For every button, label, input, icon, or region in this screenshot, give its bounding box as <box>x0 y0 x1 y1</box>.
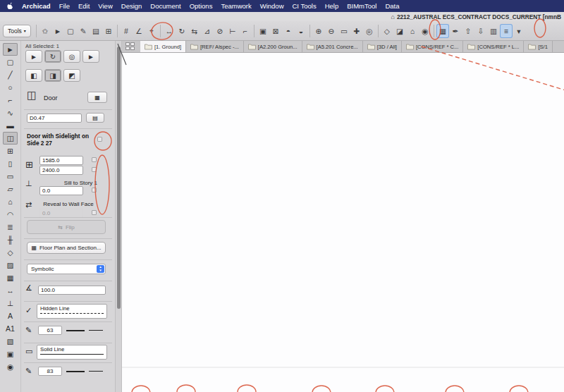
tool-arc[interactable]: ○ <box>3 81 18 94</box>
link-checkbox[interactable] <box>92 157 97 162</box>
view-tab[interactable]: [A5.201 Concre... <box>302 41 363 52</box>
mirror-icon[interactable]: ⇆ <box>188 24 201 38</box>
view-tab[interactable]: [REF/ Alspec -... <box>186 41 244 52</box>
quad-view-icon[interactable] <box>125 42 137 51</box>
group-icon[interactable]: ▣ <box>257 24 269 38</box>
cursor-mode-button[interactable]: ► <box>82 50 99 63</box>
camera-icon[interactable]: ◉ <box>419 24 431 38</box>
link-checkbox[interactable] <box>92 167 97 172</box>
tool-roof[interactable]: ⌂ <box>3 195 18 208</box>
uncut-pen[interactable]: 83 <box>38 367 62 376</box>
swing-center-button[interactable]: ◨ <box>44 69 61 82</box>
tool-dimension[interactable]: ↔ <box>3 284 18 297</box>
menu-help[interactable]: Help <box>325 2 339 10</box>
height-input[interactable] <box>39 166 83 175</box>
layer-combinations-icon[interactable]: ▥ <box>487 24 500 38</box>
tool-select[interactable]: ► <box>3 43 18 56</box>
drag-icon[interactable]: ↔ <box>163 24 176 38</box>
tool-column[interactable]: ▯ <box>3 157 18 170</box>
tool-spline[interactable]: ∿ <box>3 106 18 119</box>
tool-line[interactable]: ╱ <box>3 68 18 81</box>
view-tab[interactable]: [S/1 <box>524 41 553 52</box>
menu-teamwork[interactable]: Teamwork <box>221 2 251 10</box>
door-settings-button[interactable]: ▦ <box>87 92 107 103</box>
id-manager-button[interactable]: ▤ <box>86 113 104 123</box>
elevation-tool-icon[interactable]: ⌂ <box>406 24 419 38</box>
zoom-in-icon[interactable]: ⊕ <box>312 24 325 38</box>
view-tab[interactable]: [1. Ground] <box>140 41 186 52</box>
tool-shell[interactable]: ◠ <box>3 208 18 221</box>
send-backward-icon[interactable]: ◒ <box>295 24 307 38</box>
tool-beam[interactable]: ▭ <box>3 170 18 183</box>
tool-mesh[interactable]: ▦ <box>3 271 18 284</box>
uncut-line-type[interactable]: Solid Line <box>37 345 107 360</box>
tool-marquee[interactable]: ▢ <box>3 56 18 68</box>
bring-forward-icon[interactable]: ◓ <box>282 24 295 38</box>
menu-archicad[interactable]: Archicad <box>22 2 51 10</box>
adjust-icon[interactable]: ⊢ <box>226 24 239 38</box>
tool-railing[interactable]: ╫ <box>3 233 18 246</box>
more-options-icon[interactable]: ▾ <box>513 24 525 38</box>
select-arrow-icon[interactable]: ► <box>51 24 64 38</box>
tool-zone[interactable]: ▨ <box>3 259 18 271</box>
tool-label[interactable]: A1 <box>3 322 18 335</box>
marquee-icon[interactable]: ▢ <box>64 24 77 38</box>
menu-data[interactable]: Data <box>385 2 399 10</box>
cut-pen[interactable]: 63 <box>38 326 62 335</box>
link-checkbox[interactable] <box>92 188 97 192</box>
guide-lines-icon[interactable]: ∠ <box>133 24 145 38</box>
drawing-canvas[interactable] <box>122 53 564 392</box>
menu-view[interactable]: View <box>98 2 112 10</box>
menu-ci-tools[interactable]: CI Tools <box>293 2 317 10</box>
arrow-mode-button[interactable]: ► <box>25 50 42 63</box>
element-id-input[interactable] <box>27 114 82 123</box>
teamwork-send-icon[interactable]: ⇧ <box>462 24 474 38</box>
tool-window[interactable]: ⊞ <box>3 145 18 157</box>
pan-icon[interactable]: ✚ <box>350 24 363 38</box>
menu-bimmtool[interactable]: BIMmTool <box>347 2 376 10</box>
pen-tool-icon[interactable]: ✎ <box>77 24 90 38</box>
tool-level-dimension[interactable]: ⊥ <box>3 297 18 310</box>
cut-line-type[interactable]: Hidden Line <box>37 304 107 319</box>
sill-input[interactable] <box>39 186 83 195</box>
menu-edit[interactable]: Edit <box>78 2 90 10</box>
zoom-out-icon[interactable]: ⊖ <box>325 24 338 38</box>
snap-points-icon[interactable]: ⌖ <box>145 24 158 38</box>
pen-sets-icon[interactable]: ✒ <box>449 24 462 38</box>
tool-slab[interactable]: ▱ <box>3 183 18 195</box>
orbit-icon[interactable]: ◎ <box>363 24 376 38</box>
pickup-mode-button[interactable]: ◎ <box>63 50 80 63</box>
rotate-mode-button[interactable]: ↻ <box>44 50 61 63</box>
width-input[interactable] <box>39 156 83 165</box>
tool-stair[interactable]: ≣ <box>3 221 18 233</box>
trim-icon[interactable]: ⊿ <box>201 24 214 38</box>
link-checkbox[interactable] <box>92 210 97 215</box>
view-tab[interactable]: [CONS/REF * L... <box>463 41 524 52</box>
menu-file[interactable]: File <box>59 2 70 10</box>
swing-left-button[interactable]: ◧ <box>25 69 42 82</box>
swing-right-button[interactable]: ◩ <box>63 69 80 82</box>
tool-wall[interactable]: ▬ <box>3 119 18 132</box>
suspend-groups-icon[interactable]: ⊠ <box>269 24 282 38</box>
3d-window-icon[interactable]: ◇ <box>381 24 393 38</box>
view-tab[interactable]: [CONS/REF * C... <box>402 41 463 52</box>
floor-plan-section-button[interactable]: ▦ Floor Plan and Section... <box>27 242 106 254</box>
tool-morph[interactable]: ◇ <box>3 246 18 259</box>
split-icon[interactable]: ⊘ <box>214 24 226 38</box>
grid-display-icon[interactable]: ⊞ <box>102 24 115 38</box>
menu-design[interactable]: Design <box>121 2 142 10</box>
view-tab[interactable]: [A2.200 Groun... <box>244 41 302 52</box>
model-view-options-icon[interactable]: ▦ <box>436 24 449 38</box>
tool-fill[interactable]: ▧ <box>3 335 18 348</box>
apple-icon[interactable] <box>7 2 13 10</box>
tool-camera[interactable]: ◉ <box>3 360 18 373</box>
link-checkbox[interactable] <box>97 137 102 142</box>
quick-options-icon[interactable]: ≡ <box>500 24 513 38</box>
menu-options[interactable]: Options <box>190 2 213 10</box>
tool-text[interactable]: A <box>3 310 18 322</box>
fit-in-window-icon[interactable]: ▭ <box>338 24 350 38</box>
tool-polyline[interactable]: ⌐ <box>3 94 18 106</box>
menu-window[interactable]: Window <box>260 2 284 10</box>
view-tab[interactable]: [3D / All] <box>363 41 402 52</box>
favorites-icon[interactable]: ✩ <box>39 24 51 38</box>
